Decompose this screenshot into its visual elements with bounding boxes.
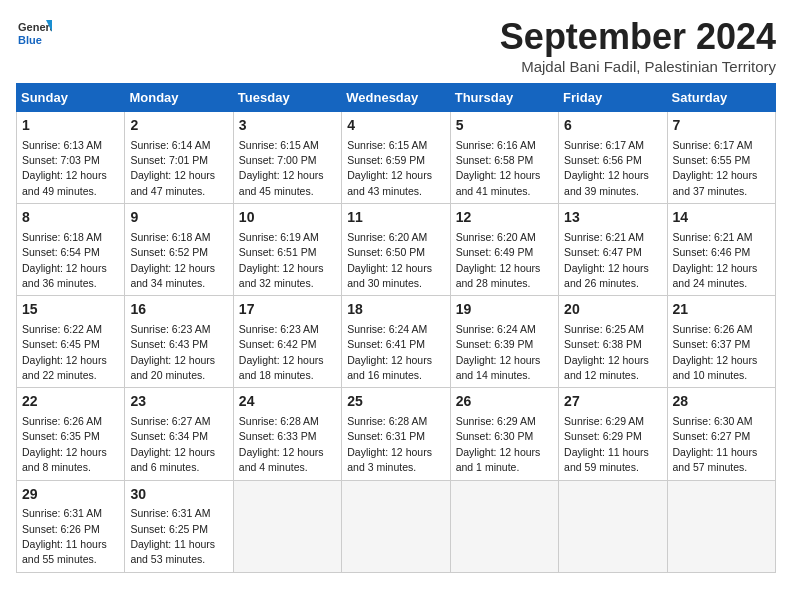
calendar-cell: 29 Sunrise: 6:31 AMSunset: 6:26 PMDaylig… (17, 480, 125, 572)
day-number: 6 (564, 116, 661, 136)
calendar-cell: 2 Sunrise: 6:14 AMSunset: 7:01 PMDayligh… (125, 112, 233, 204)
calendar-cell (233, 480, 341, 572)
day-info: Sunrise: 6:31 AMSunset: 6:25 PMDaylight:… (130, 507, 215, 565)
day-header-sunday: Sunday (17, 84, 125, 112)
day-info: Sunrise: 6:31 AMSunset: 6:26 PMDaylight:… (22, 507, 107, 565)
day-number: 17 (239, 300, 336, 320)
day-header-friday: Friday (559, 84, 667, 112)
day-number: 22 (22, 392, 119, 412)
day-header-wednesday: Wednesday (342, 84, 450, 112)
day-number: 7 (673, 116, 770, 136)
day-info: Sunrise: 6:21 AMSunset: 6:46 PMDaylight:… (673, 231, 758, 289)
calendar-cell: 6 Sunrise: 6:17 AMSunset: 6:56 PMDayligh… (559, 112, 667, 204)
day-info: Sunrise: 6:29 AMSunset: 6:30 PMDaylight:… (456, 415, 541, 473)
calendar-cell: 8 Sunrise: 6:18 AMSunset: 6:54 PMDayligh… (17, 204, 125, 296)
day-info: Sunrise: 6:29 AMSunset: 6:29 PMDaylight:… (564, 415, 649, 473)
title-block: September 2024 Majdal Bani Fadil, Palest… (500, 16, 776, 75)
day-number: 18 (347, 300, 444, 320)
calendar-cell: 23 Sunrise: 6:27 AMSunset: 6:34 PMDaylig… (125, 388, 233, 480)
day-info: Sunrise: 6:27 AMSunset: 6:34 PMDaylight:… (130, 415, 215, 473)
svg-text:Blue: Blue (18, 34, 42, 46)
day-info: Sunrise: 6:17 AMSunset: 6:55 PMDaylight:… (673, 139, 758, 197)
day-header-saturday: Saturday (667, 84, 775, 112)
day-info: Sunrise: 6:28 AMSunset: 6:31 PMDaylight:… (347, 415, 432, 473)
day-number: 19 (456, 300, 553, 320)
calendar-cell: 9 Sunrise: 6:18 AMSunset: 6:52 PMDayligh… (125, 204, 233, 296)
day-info: Sunrise: 6:26 AMSunset: 6:35 PMDaylight:… (22, 415, 107, 473)
calendar-table: SundayMondayTuesdayWednesdayThursdayFrid… (16, 83, 776, 573)
calendar-cell (342, 480, 450, 572)
day-number: 14 (673, 208, 770, 228)
calendar-cell (450, 480, 558, 572)
day-number: 5 (456, 116, 553, 136)
day-info: Sunrise: 6:19 AMSunset: 6:51 PMDaylight:… (239, 231, 324, 289)
day-info: Sunrise: 6:26 AMSunset: 6:37 PMDaylight:… (673, 323, 758, 381)
calendar-cell: 3 Sunrise: 6:15 AMSunset: 7:00 PMDayligh… (233, 112, 341, 204)
calendar-cell: 25 Sunrise: 6:28 AMSunset: 6:31 PMDaylig… (342, 388, 450, 480)
svg-text:General: General (18, 21, 52, 33)
day-number: 9 (130, 208, 227, 228)
calendar-cell: 15 Sunrise: 6:22 AMSunset: 6:45 PMDaylig… (17, 296, 125, 388)
calendar-cell: 21 Sunrise: 6:26 AMSunset: 6:37 PMDaylig… (667, 296, 775, 388)
day-number: 27 (564, 392, 661, 412)
calendar-cell: 27 Sunrise: 6:29 AMSunset: 6:29 PMDaylig… (559, 388, 667, 480)
day-info: Sunrise: 6:28 AMSunset: 6:33 PMDaylight:… (239, 415, 324, 473)
calendar-cell: 17 Sunrise: 6:23 AMSunset: 6:42 PMDaylig… (233, 296, 341, 388)
page-header: General Blue September 2024 Majdal Bani … (16, 16, 776, 75)
day-number: 1 (22, 116, 119, 136)
calendar-cell: 24 Sunrise: 6:28 AMSunset: 6:33 PMDaylig… (233, 388, 341, 480)
calendar-cell: 28 Sunrise: 6:30 AMSunset: 6:27 PMDaylig… (667, 388, 775, 480)
day-number: 11 (347, 208, 444, 228)
calendar-cell (667, 480, 775, 572)
day-info: Sunrise: 6:17 AMSunset: 6:56 PMDaylight:… (564, 139, 649, 197)
day-number: 3 (239, 116, 336, 136)
calendar-cell: 14 Sunrise: 6:21 AMSunset: 6:46 PMDaylig… (667, 204, 775, 296)
calendar-cell: 20 Sunrise: 6:25 AMSunset: 6:38 PMDaylig… (559, 296, 667, 388)
calendar-cell: 30 Sunrise: 6:31 AMSunset: 6:25 PMDaylig… (125, 480, 233, 572)
day-info: Sunrise: 6:21 AMSunset: 6:47 PMDaylight:… (564, 231, 649, 289)
calendar-cell: 22 Sunrise: 6:26 AMSunset: 6:35 PMDaylig… (17, 388, 125, 480)
day-info: Sunrise: 6:22 AMSunset: 6:45 PMDaylight:… (22, 323, 107, 381)
day-number: 2 (130, 116, 227, 136)
logo-svg: General Blue (16, 16, 52, 52)
day-number: 15 (22, 300, 119, 320)
day-info: Sunrise: 6:20 AMSunset: 6:49 PMDaylight:… (456, 231, 541, 289)
day-info: Sunrise: 6:14 AMSunset: 7:01 PMDaylight:… (130, 139, 215, 197)
day-number: 29 (22, 485, 119, 505)
calendar-cell: 1 Sunrise: 6:13 AMSunset: 7:03 PMDayligh… (17, 112, 125, 204)
day-info: Sunrise: 6:20 AMSunset: 6:50 PMDaylight:… (347, 231, 432, 289)
day-number: 10 (239, 208, 336, 228)
day-info: Sunrise: 6:30 AMSunset: 6:27 PMDaylight:… (673, 415, 758, 473)
day-info: Sunrise: 6:23 AMSunset: 6:43 PMDaylight:… (130, 323, 215, 381)
day-number: 24 (239, 392, 336, 412)
day-header-monday: Monday (125, 84, 233, 112)
day-number: 13 (564, 208, 661, 228)
day-number: 20 (564, 300, 661, 320)
day-number: 8 (22, 208, 119, 228)
day-header-thursday: Thursday (450, 84, 558, 112)
day-number: 30 (130, 485, 227, 505)
calendar-cell: 13 Sunrise: 6:21 AMSunset: 6:47 PMDaylig… (559, 204, 667, 296)
day-header-tuesday: Tuesday (233, 84, 341, 112)
calendar-cell: 4 Sunrise: 6:15 AMSunset: 6:59 PMDayligh… (342, 112, 450, 204)
calendar-cell: 5 Sunrise: 6:16 AMSunset: 6:58 PMDayligh… (450, 112, 558, 204)
day-number: 16 (130, 300, 227, 320)
day-info: Sunrise: 6:18 AMSunset: 6:54 PMDaylight:… (22, 231, 107, 289)
day-number: 21 (673, 300, 770, 320)
logo: General Blue (16, 16, 52, 52)
day-number: 25 (347, 392, 444, 412)
day-number: 23 (130, 392, 227, 412)
day-info: Sunrise: 6:24 AMSunset: 6:41 PMDaylight:… (347, 323, 432, 381)
day-info: Sunrise: 6:25 AMSunset: 6:38 PMDaylight:… (564, 323, 649, 381)
calendar-cell: 12 Sunrise: 6:20 AMSunset: 6:49 PMDaylig… (450, 204, 558, 296)
day-info: Sunrise: 6:18 AMSunset: 6:52 PMDaylight:… (130, 231, 215, 289)
day-number: 4 (347, 116, 444, 136)
calendar-cell: 11 Sunrise: 6:20 AMSunset: 6:50 PMDaylig… (342, 204, 450, 296)
calendar-cell (559, 480, 667, 572)
day-number: 12 (456, 208, 553, 228)
day-info: Sunrise: 6:15 AMSunset: 6:59 PMDaylight:… (347, 139, 432, 197)
calendar-cell: 16 Sunrise: 6:23 AMSunset: 6:43 PMDaylig… (125, 296, 233, 388)
day-info: Sunrise: 6:24 AMSunset: 6:39 PMDaylight:… (456, 323, 541, 381)
calendar-location: Majdal Bani Fadil, Palestinian Territory (500, 58, 776, 75)
calendar-cell: 19 Sunrise: 6:24 AMSunset: 6:39 PMDaylig… (450, 296, 558, 388)
